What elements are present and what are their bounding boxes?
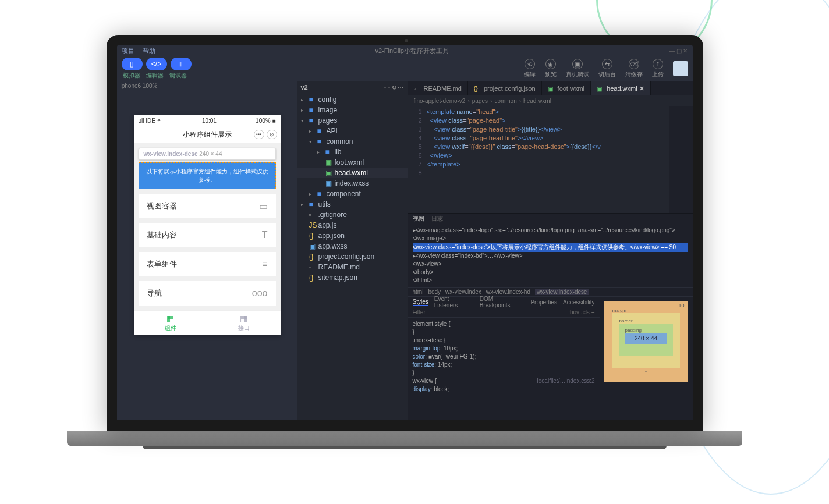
dom-crumb[interactable]: html xyxy=(413,289,424,295)
toolbar-action-button[interactable]: ⟲编译 xyxy=(524,59,536,79)
tree-item[interactable]: ▫README.md xyxy=(297,262,408,272)
code-editor[interactable]: 12345678 <template name="head"> <view cl… xyxy=(408,106,693,213)
view-label: 模拟器 xyxy=(123,72,140,80)
phone-tab[interactable]: ▦接口 xyxy=(207,311,281,335)
selected-element[interactable]: 以下将展示小程序官方组件能力，组件样式仅供参考。 xyxy=(139,162,276,189)
inspect-tooltip: wx-view.index-desc 240 × 44 xyxy=(139,148,276,160)
list-item[interactable]: 导航ooo xyxy=(139,281,276,306)
devtools-tab-console[interactable]: 日志 xyxy=(431,215,443,223)
tree-item[interactable]: ▾■common xyxy=(297,136,408,147)
phone-frame: ull IDE ᯤ 10:01 100% ■ 小程序组件展示 ••• ⊙ wx xyxy=(134,115,281,335)
list-item[interactable]: 视图容器▭ xyxy=(139,194,276,218)
tree-item[interactable]: {}project.config.json xyxy=(297,251,408,262)
toolbar-action-button[interactable]: ⌫清缓存 xyxy=(625,59,643,79)
camera-dot xyxy=(405,39,408,42)
laptop-frame: 项目 帮助 v2-FinClip小程序开发工具 — ▢ ✕ ▯ </> ⫴ 模拟… xyxy=(93,35,716,454)
tree-item[interactable]: ▸■config xyxy=(297,94,408,105)
view-label: 调试器 xyxy=(169,72,187,80)
devtools-subtab[interactable]: Accessibility xyxy=(563,299,594,306)
window-title: v2-FinClip小程序开发工具 xyxy=(164,47,661,55)
view-label: 编辑器 xyxy=(146,72,164,80)
devtools-subtab[interactable]: Styles xyxy=(413,299,428,306)
tree-item[interactable]: {}app.json xyxy=(297,230,408,241)
editor-tab[interactable]: ▫README.md xyxy=(408,81,468,95)
devtools: 视图 日志 ▸<wx-image class="index-logo" src=… xyxy=(408,213,693,420)
dom-crumb[interactable]: wx-view.index-desc xyxy=(535,289,589,295)
menu-bar: 项目 帮助 v2-FinClip小程序开发工具 — ▢ ✕ xyxy=(117,45,693,56)
tree-item[interactable]: {}sitemap.json xyxy=(297,272,408,283)
dom-crumb[interactable]: body xyxy=(428,289,441,295)
editor-tab[interactable]: ▣head.wxml ✕ xyxy=(591,81,651,95)
menu-project[interactable]: 项目 xyxy=(122,47,134,55)
dom-crumb[interactable]: wx-view.index-hd xyxy=(486,289,530,295)
file-explorer: v2 ▫ ▫ ↻ ⋯ ▸■config ▸■image ▾■pages ▸■AP… xyxy=(297,81,408,420)
dom-crumb[interactable]: wx-view.index xyxy=(445,289,481,295)
tree-item[interactable]: ▣index.wxss xyxy=(297,178,408,189)
tree-item[interactable]: ▸■component xyxy=(297,189,408,199)
dom-tree[interactable]: ▸<wx-image class="index-logo" src="../re… xyxy=(408,224,693,287)
tree-item[interactable]: JSapp.js xyxy=(297,220,408,230)
tree-item[interactable]: ▫.gitignore xyxy=(297,210,408,220)
dom-breadcrumb[interactable]: htmlbodywx-view.indexwx-view.index-hdwx-… xyxy=(408,287,693,296)
window-controls[interactable]: — ▢ ✕ xyxy=(669,48,688,54)
editor-tab[interactable]: ▣foot.wxml xyxy=(542,81,591,95)
capsule-menu-icon[interactable]: ••• xyxy=(254,130,264,139)
laptop-foot xyxy=(143,446,667,449)
tree-item[interactable]: ▣app.wxss xyxy=(297,241,408,251)
devtools-subtab[interactable]: Properties xyxy=(530,299,557,306)
menu-help[interactable]: 帮助 xyxy=(143,47,155,55)
tree-item[interactable]: ▸■lib xyxy=(297,147,408,157)
list-item[interactable]: 表单组件≡ xyxy=(139,252,276,276)
styles-filter-opts[interactable]: :hov .cls + xyxy=(568,309,594,315)
avatar[interactable] xyxy=(673,61,688,76)
toolbar-action-button[interactable]: ↥上传 xyxy=(652,59,664,79)
editor-tab[interactable]: {}project.config.json xyxy=(468,81,542,95)
devtools-subtab[interactable]: Event Listeners xyxy=(434,296,474,308)
tree-item[interactable]: ▣head.wxml xyxy=(297,168,408,178)
tree-item[interactable]: ▾■pages xyxy=(297,115,408,126)
phone-tab[interactable]: ▦组件 xyxy=(134,311,207,335)
editor-panel: ▫README.md{}project.config.json▣foot.wxm… xyxy=(408,81,693,420)
explorer-root[interactable]: v2 xyxy=(301,84,308,91)
simulator-device-label[interactable]: iphone6 100% xyxy=(117,81,297,92)
phone-nav-bar: 小程序组件展示 ••• ⊙ xyxy=(134,126,281,143)
toolbar-action-button[interactable]: ▣真机调试 xyxy=(566,59,589,79)
tab-overflow-icon[interactable]: ⋯ xyxy=(651,85,667,93)
tree-item[interactable]: ▸■image xyxy=(297,105,408,115)
breadcrumb[interactable]: fino-applet-demo-v2 › pages › common › h… xyxy=(408,95,693,106)
view-editor-button[interactable]: </> xyxy=(146,58,167,70)
explorer-actions[interactable]: ▫ ▫ ↻ ⋯ xyxy=(384,84,403,91)
devtools-subtab[interactable]: DOM Breakpoints xyxy=(480,296,525,308)
minimap[interactable] xyxy=(669,106,693,213)
laptop-base xyxy=(67,431,742,446)
toolbar: ▯ </> ⫴ 模拟器 编辑器 调试器 ⟲编译◉预览▣真机调试⇆切后台⌫清缓存↥… xyxy=(117,56,693,81)
tree-item[interactable]: ▸■utils xyxy=(297,199,408,210)
view-debugger-button[interactable]: ⫴ xyxy=(171,58,192,70)
view-simulator-button[interactable]: ▯ xyxy=(122,58,143,70)
styles-filter-input[interactable]: Filter xyxy=(413,309,426,315)
phone-status-bar: ull IDE ᯤ 10:01 100% ■ xyxy=(134,115,281,126)
devtools-tab-elements[interactable]: 视图 xyxy=(413,215,424,223)
box-model: margin10 border padding 240 × 44 - - xyxy=(600,297,693,420)
toolbar-action-button[interactable]: ◉预览 xyxy=(545,59,557,79)
toolbar-action-button[interactable]: ⇆切后台 xyxy=(598,59,616,79)
list-item[interactable]: 基础内容T xyxy=(139,223,276,247)
tree-item[interactable]: ▣foot.wxml xyxy=(297,157,408,168)
ide-window: 项目 帮助 v2-FinClip小程序开发工具 — ▢ ✕ ▯ </> ⫴ 模拟… xyxy=(117,45,693,420)
capsule-close-icon[interactable]: ⊙ xyxy=(267,130,277,139)
styles-pane[interactable]: element.style {}.index-desc {</span></di… xyxy=(408,318,600,420)
tree-item[interactable]: ▸■API xyxy=(297,126,408,136)
simulator-panel: iphone6 100% ull IDE ᯤ 10:01 100% ■ 小程序组… xyxy=(117,81,297,420)
